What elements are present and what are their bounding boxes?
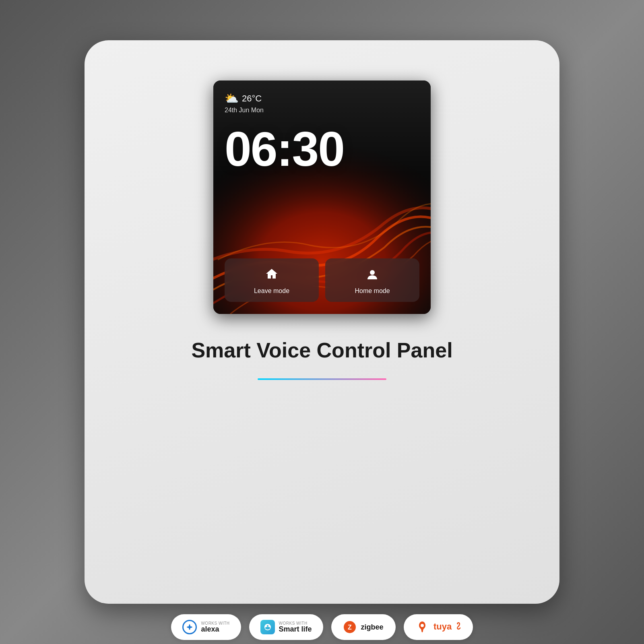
svg-text:tuya: tuya: [433, 621, 452, 632]
svg-point-6: [421, 624, 424, 627]
device-mockup: ⛅ 26°C 24th Jun Mon 06:30 Leave mode: [213, 80, 431, 314]
clock-time: 06:30: [225, 125, 419, 173]
tuya-badge: tuya: [404, 614, 473, 640]
device-screen: ⛅ 26°C 24th Jun Mon 06:30 Leave mode: [213, 80, 431, 314]
smartlife-text-group: WORKS WITH Smart life: [279, 621, 312, 634]
badges-row: WORKS WITH alexa WORKS WITH Smart life: [171, 614, 473, 640]
zigbee-brand-name: zigbee: [361, 623, 384, 632]
alexa-badge: WORKS WITH alexa: [171, 614, 241, 640]
alexa-ring-icon: [182, 620, 197, 634]
gradient-divider: [258, 378, 386, 380]
smartlife-icon: [260, 620, 275, 634]
alexa-text-group: WORKS WITH alexa: [201, 621, 229, 634]
svg-point-3: [187, 626, 192, 628]
weather-row: ⛅ 26°C: [225, 92, 264, 105]
smartlife-badge: WORKS WITH Smart life: [249, 614, 323, 640]
svg-point-1: [370, 270, 375, 275]
home-mode-button[interactable]: Home mode: [325, 258, 419, 302]
svg-text:Z: Z: [348, 624, 352, 631]
zigbee-badge: Z zigbee: [331, 614, 396, 640]
weather-icon: ⛅: [225, 92, 239, 105]
clock-display: 06:30: [225, 125, 419, 173]
weather-date: 24th Jun Mon: [225, 107, 264, 114]
alexa-brand-name: alexa: [201, 625, 229, 634]
smartlife-logo-icon: [260, 620, 275, 634]
weather-area: ⛅ 26°C 24th Jun Mon: [225, 92, 264, 114]
alexa-icon: [182, 620, 197, 634]
alexa-works-with: WORKS WITH: [201, 621, 229, 625]
zigbee-icon: Z: [343, 620, 357, 634]
leave-mode-label: Leave mode: [254, 287, 289, 295]
mode-buttons: Leave mode Home mode: [225, 258, 419, 302]
smartlife-works-with: WORKS WITH: [279, 621, 312, 625]
product-title: Smart Voice Control Panel: [191, 338, 452, 362]
main-card: ⛅ 26°C 24th Jun Mon 06:30 Leave mode: [85, 40, 559, 604]
smartlife-brand-name: Smart life: [279, 625, 312, 634]
home-mode-icon: [363, 266, 381, 283]
weather-temp: 26°C: [242, 93, 262, 104]
tuya-brand-name: tuya: [433, 621, 462, 634]
leave-mode-icon: [263, 266, 281, 283]
home-mode-label: Home mode: [355, 287, 390, 295]
tuya-icon: [415, 620, 429, 634]
leave-mode-button[interactable]: Leave mode: [225, 258, 319, 302]
